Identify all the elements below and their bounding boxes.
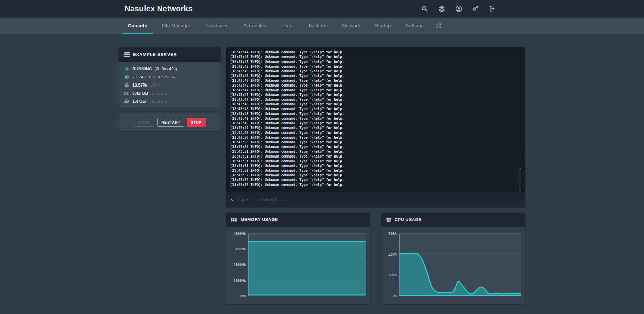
console-line: [18:43:50 INFO]: Unknown command. Type "… (230, 135, 517, 140)
console-line: [18:43:52 INFO]: Unknown command. Type "… (230, 173, 517, 178)
console-line: [18:43:49 INFO]: Unknown command. Type "… (230, 121, 517, 126)
y-axis-label: 4000Mb (234, 232, 246, 235)
search-icon[interactable] (421, 5, 428, 13)
console-line: [18:43:51 INFO]: Unknown command. Type "… (230, 149, 517, 154)
layers-icon[interactable] (438, 5, 445, 13)
server-memory-row: 3.42 GB / 3.91 GB (124, 89, 215, 97)
tab-network[interactable]: Network (336, 18, 366, 34)
console-line: [18:43:51 INFO]: Unknown command. Type "… (230, 164, 517, 168)
disk-value: 1.4 GB (132, 99, 146, 104)
console-line: [18:43:50 INFO]: Unknown command. Type "… (230, 145, 517, 149)
cpu-value: 13.57% (132, 83, 147, 88)
console-line: [18:43:47 INFO]: Unknown command. Type "… (230, 93, 517, 97)
server-icon (124, 52, 130, 57)
status-dot (124, 67, 129, 71)
tab-databases[interactable]: Databases (200, 18, 235, 34)
disk-limit: / 48.83 GB (147, 99, 168, 104)
cpu-usage-card: CPU USAGE 300%200%100%0% (381, 213, 525, 304)
y-axis-label: 200% (388, 252, 397, 256)
cogs-icon[interactable] (472, 5, 479, 13)
tab-console[interactable]: Console (122, 18, 153, 34)
cpu-chart-header: CPU USAGE (381, 213, 525, 227)
tab-backups[interactable]: Backups (303, 18, 333, 34)
cpu-limit: / 200% (148, 83, 161, 88)
command-input[interactable] (238, 197, 520, 202)
console-line: [18:43:51 INFO]: Unknown command. Type "… (230, 159, 517, 164)
cpu-chart-title: CPU USAGE (395, 217, 422, 222)
console-line: [18:43:46 INFO]: Unknown command. Type "… (230, 78, 517, 83)
console-line: [18:43:47 INFO]: Unknown command. Type "… (230, 97, 517, 102)
server-status-row: RUNNING (0h 0m 49s) (124, 65, 215, 73)
console-line: [18:43:46 INFO]: Unknown command. Type "… (230, 69, 517, 74)
charts-row: MEMORY USAGE 4000Mb3000Mb2000Mb1000Mb0Mb… (226, 213, 525, 304)
console-line: [18:43:46 INFO]: Unknown command. Type "… (230, 83, 517, 88)
y-axis-label: 1000Mb (234, 279, 246, 282)
server-title: EXAMPLE SERVER (133, 52, 177, 57)
user-icon[interactable] (455, 5, 462, 13)
server-disk-row: 1.4 GB / 48.83 GB (124, 97, 215, 105)
cpu-icon (386, 217, 391, 222)
navbar: ConsoleFile ManagerDatabasesSchedulesUse… (0, 18, 644, 34)
memory-icon (124, 92, 129, 95)
y-axis-label: 3000Mb (234, 247, 246, 251)
memory-chart-title: MEMORY USAGE (241, 217, 278, 222)
tab-settings[interactable]: Settings (400, 18, 429, 34)
server-status: RUNNING (132, 67, 152, 71)
memory-chart-header: MEMORY USAGE (226, 213, 370, 227)
console-line: [18:43:48 INFO]: Unknown command. Type "… (230, 102, 517, 107)
console-line: [18:43:50 INFO]: Unknown command. Type "… (230, 140, 517, 145)
external-link-icon[interactable] (432, 18, 445, 34)
console-line: [18:43:52 INFO]: Unknown command. Type "… (230, 168, 517, 173)
console-line: [18:43:49 INFO]: Unknown command. Type "… (230, 126, 517, 130)
console-line: [18:43:49 INFO]: Unknown command. Type "… (230, 130, 517, 135)
server-card-header: EXAMPLE SERVER (119, 47, 221, 62)
memory-limit: / 3.91 GB (150, 91, 168, 96)
power-controls: START RESTART STOP (119, 113, 221, 131)
restart-button[interactable]: RESTART (157, 118, 184, 127)
memory-value: 3.42 GB (132, 91, 148, 96)
memory-plot (248, 233, 366, 296)
sign-out-icon[interactable] (489, 5, 496, 13)
server-uptime: (0h 0m 49s) (154, 67, 177, 71)
brand-title[interactable]: Nasulex Networks (119, 4, 193, 14)
console-line: [18:43:53 INFO]: Unknown command. Type "… (230, 183, 517, 187)
tab-startup[interactable]: Startup (369, 18, 397, 34)
cpu-chart: 300%200%100%0% (381, 227, 525, 304)
tab-schedules[interactable]: Schedules (238, 18, 272, 34)
console-line: [18:43:48 INFO]: Unknown command. Type "… (230, 107, 517, 112)
console-input-row: $ (226, 192, 525, 207)
console-line: [18:43:45 INFO]: Unknown command. Type "… (230, 55, 517, 59)
cpu-plot (399, 233, 521, 296)
server-address: 23.247.168.10:25565 (132, 75, 175, 79)
y-axis-label: 0% (393, 294, 397, 298)
start-button[interactable]: START (134, 118, 155, 127)
console-line: [18:43:45 INFO]: Unknown command. Type "… (230, 64, 517, 69)
console-scrollbar-track (520, 149, 520, 168)
console-line: [18:43:44 INFO]: Unknown command. Type "… (230, 50, 517, 55)
memory-icon (231, 218, 237, 222)
server-address-row: 23.247.168.10:25565 (124, 73, 215, 81)
server-cpu-row: 13.57% / 200% (124, 81, 215, 89)
console-scrollbar-thumb[interactable] (519, 168, 521, 191)
tab-users[interactable]: Users (275, 18, 300, 34)
tab-file-manager[interactable]: File Manager (156, 18, 196, 34)
main-content: EXAMPLE SERVER RUNNING (0h 0m 49s) 23.24… (119, 34, 525, 304)
hdd-icon (124, 99, 129, 103)
console-line: [18:43:46 INFO]: Unknown command. Type "… (230, 74, 517, 78)
y-axis-label: 100% (388, 273, 397, 277)
memory-usage-card: MEMORY USAGE 4000Mb3000Mb2000Mb1000Mb0Mb (226, 213, 370, 304)
console-line: [18:43:52 INFO]: Unknown command. Type "… (230, 178, 517, 183)
console-line: [18:43:51 INFO]: Unknown command. Type "… (230, 154, 517, 159)
stop-button[interactable]: STOP (187, 118, 206, 127)
console-output[interactable]: [18:43:44 INFO]: Unknown command. Type "… (226, 47, 525, 192)
y-axis-label: 0Mb (240, 294, 246, 298)
prompt-symbol: $ (231, 197, 234, 202)
topbar: Nasulex Networks (0, 0, 644, 18)
cpu-icon (124, 83, 129, 88)
console-line: [18:43:48 INFO]: Unknown command. Type "… (230, 112, 517, 116)
globe-icon (124, 75, 129, 79)
console-card: [18:43:44 INFO]: Unknown command. Type "… (226, 47, 525, 207)
console-line: [18:43:45 INFO]: Unknown command. Type "… (230, 59, 517, 64)
memory-chart: 4000Mb3000Mb2000Mb1000Mb0Mb (226, 227, 370, 304)
y-axis-label: 2000Mb (234, 263, 246, 267)
